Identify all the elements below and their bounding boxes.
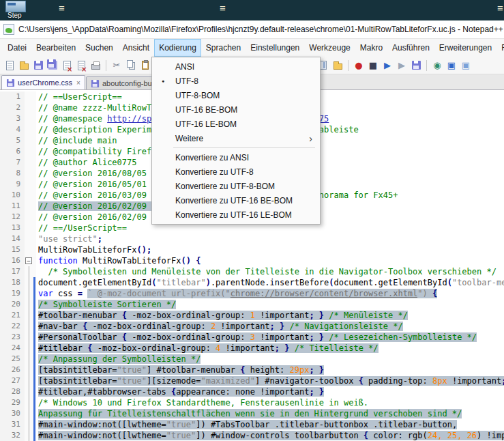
line-number[interactable]: 25 <box>0 354 25 365</box>
code-line-31[interactable]: 31#main-window:not([lwtheme="true"]) #Ta… <box>0 419 504 430</box>
encoding-option-utf-8-bom[interactable]: UTF-8-BOM <box>153 88 319 102</box>
hamburger-icon[interactable]: ≡ <box>497 3 503 13</box>
line-number[interactable]: 18 <box>0 277 25 288</box>
line-number[interactable]: 28 <box>0 386 25 397</box>
line-number[interactable]: 10 <box>0 190 25 201</box>
encoding-option-utf-16-be-bom[interactable]: UTF-16 BE-BOM <box>153 102 319 117</box>
code-line-22[interactable]: 22#nav-bar { -moz-box-ordinal-group: 2 !… <box>0 321 504 332</box>
playback-macro-icon[interactable]: ▶ <box>381 59 394 72</box>
code-line-15[interactable]: 15MultiRowTabLiteforFx(); <box>0 244 504 255</box>
code-line-20[interactable]: 20/* Symbolleiste Sortieren */ <box>0 299 504 310</box>
line-number[interactable]: 31 <box>0 419 25 430</box>
document-switcher-icon[interactable]: ▣ <box>460 59 472 72</box>
code-line-30[interactable]: 30Anpassung für Titelleistenschaltfläche… <box>0 408 504 419</box>
line-number[interactable]: 32 <box>0 430 25 441</box>
encoding-option-utf-16-le-bom[interactable]: UTF-16 LE-BOM <box>153 117 319 131</box>
folder-as-workspace-icon[interactable] <box>331 59 344 72</box>
app-thumbnail[interactable] <box>5 1 26 12</box>
line-number[interactable]: 11 <box>0 201 25 212</box>
code-text[interactable]: /* Symbolleisten und Menüleiste von der … <box>36 266 496 277</box>
menu-ansicht[interactable]: Ansicht <box>118 39 154 57</box>
code-line-27[interactable]: 27[tabsintitlebar="true"][sizemode="maxi… <box>0 375 504 386</box>
line-number[interactable]: 12 <box>0 212 25 223</box>
code-text[interactable]: Anpassung für Titelleistenschaltflächen … <box>36 408 462 419</box>
close-tab-icon[interactable]: × <box>76 79 80 87</box>
line-number[interactable]: 16 <box>0 255 25 266</box>
print-icon[interactable] <box>89 59 102 72</box>
encoding-option-konvertiere-zu-ansi[interactable]: Konvertiere zu ANSI <box>153 150 319 165</box>
line-number[interactable]: 22 <box>0 321 25 332</box>
menu-werkzeuge[interactable]: Werkzeuge <box>304 39 355 57</box>
line-number[interactable]: 8 <box>0 168 25 179</box>
code-text[interactable]: var css = ` @-moz-document url-prefix("c… <box>36 288 437 299</box>
encoding-option-konvertiere-zu-utf-16-le-bom[interactable]: Konvertiere zu UTF-16 LE-BOM <box>153 208 319 222</box>
encoding-option-konvertiere-zu-utf-8[interactable]: Konvertiere zu UTF-8 <box>153 165 319 179</box>
code-text[interactable]: #titlebar { -moz-box-ordinal-group: 4 !i… <box>36 343 379 354</box>
code-text[interactable]: // ==/UserScript== <box>36 223 127 233</box>
edge-marker-icon[interactable]: ▣ <box>445 59 458 72</box>
line-number[interactable]: 26 <box>0 365 25 375</box>
record-macro-icon[interactable]: ● <box>353 59 365 72</box>
new-file-icon[interactable] <box>3 59 16 72</box>
menu-bearbeiten[interactable]: Bearbeiten <box>31 39 80 57</box>
code-line-17[interactable]: 17 /* Symbolleisten und Menüleiste von d… <box>0 266 504 277</box>
code-text[interactable]: /* Windows 10 und Firefox Standardtheme,… <box>36 397 368 408</box>
run-macro-multiple-icon[interactable]: ▶ <box>396 59 408 72</box>
close-all-icon[interactable] <box>75 59 87 72</box>
code-line-32[interactable]: 32#main-window:not([lwtheme="true"]) #wi… <box>0 430 504 441</box>
stop-recording-icon[interactable]: ■ <box>367 59 379 72</box>
line-number[interactable]: 20 <box>0 299 25 310</box>
line-number[interactable]: 29 <box>0 397 25 408</box>
encoding-option-weitere[interactable]: Weitere› <box>153 131 319 145</box>
code-line-21[interactable]: 21#toolbar-menubar { -moz-box-ordinal-gr… <box>0 310 504 321</box>
code-text[interactable]: #nav-bar { -moz-box-ordinal-group: 2 !im… <box>36 321 403 332</box>
line-number[interactable]: 17 <box>0 266 25 277</box>
hamburger-icon[interactable]: ≡ <box>59 3 65 13</box>
code-line-28[interactable]: 28#titlebar,#tabbrowser-tabs {appearance… <box>0 386 504 397</box>
code-line-19[interactable]: 19var css = ` @-moz-document url-prefix(… <box>0 288 504 299</box>
code-text[interactable]: document.getElementById("titlebar").pare… <box>36 277 504 288</box>
code-text[interactable]: // @include main <box>36 135 117 146</box>
menu-einstellungen[interactable]: Einstellungen <box>246 39 304 57</box>
code-line-16[interactable]: 16−function MultiRowTabLiteforFx() { <box>0 255 504 266</box>
code-line-23[interactable]: 23#PersonalToolbar { -moz-box-ordinal-gr… <box>0 332 504 343</box>
view-monitor-icon[interactable]: ◉ <box>431 59 443 72</box>
code-line-26[interactable]: 26[tabsintitlebar="true"] #toolbar-menub… <box>0 365 504 375</box>
open-file-icon[interactable] <box>18 59 30 72</box>
line-number[interactable]: 21 <box>0 310 25 321</box>
code-text[interactable]: #toolbar-menubar { -moz-box-ordinal-grou… <box>36 310 408 321</box>
code-text[interactable]: // ==UserScript== <box>36 91 122 102</box>
close-file-icon[interactable] <box>61 59 73 72</box>
line-number[interactable]: 1 <box>0 91 25 102</box>
paste-icon[interactable] <box>139 59 151 72</box>
menu-erweiterungen[interactable]: Erweiterungen <box>434 39 496 57</box>
code-text[interactable]: #titlebar,#tabbrowser-tabs {appearance: … <box>36 386 324 397</box>
line-number[interactable]: 14 <box>0 233 25 244</box>
save-macro-icon[interactable] <box>410 59 422 72</box>
cut-icon[interactable]: ✂ <box>110 59 123 72</box>
code-text[interactable]: "use strict"; <box>36 233 102 244</box>
line-number[interactable]: 2 <box>0 102 25 113</box>
line-number[interactable]: 19 <box>0 288 25 299</box>
code-text[interactable]: [tabsintitlebar="true"] #toolbar-menubar… <box>36 365 324 375</box>
line-number[interactable]: 13 <box>0 223 25 233</box>
code-text[interactable]: /* Symbolleiste Sortieren */ <box>36 299 176 310</box>
line-number[interactable]: 24 <box>0 343 25 354</box>
encoding-option-ansi[interactable]: ANSI <box>153 59 319 74</box>
menu-kodierung[interactable]: Kodierung <box>154 39 201 57</box>
encoding-option-konvertiere-zu-utf-8-bom[interactable]: Konvertiere zu UTF-8-BOM <box>153 179 319 193</box>
code-line-24[interactable]: 24#titlebar { -moz-box-ordinal-group: 4 … <box>0 343 504 354</box>
fold-open-icon[interactable]: − <box>25 257 32 264</box>
menu-datei[interactable]: Datei <box>3 39 31 57</box>
menu-ausf-hren[interactable]: Ausführen <box>387 39 434 57</box>
menu-makro[interactable]: Makro <box>355 39 387 57</box>
title-bar[interactable]: C:\Users\jens_\AppData\Roaming\Mozilla\F… <box>0 20 504 39</box>
encoding-option-konvertiere-zu-utf-16-be-bom[interactable]: Konvertiere zu UTF-16 BE-BOM <box>153 193 319 208</box>
code-text[interactable]: #PersonalToolbar { -moz-box-ordinal-grou… <box>36 332 477 343</box>
line-number[interactable]: 5 <box>0 135 25 146</box>
line-number[interactable]: 9 <box>0 179 25 190</box>
menu-fenster[interactable]: Fenster <box>496 39 504 57</box>
menu-suchen[interactable]: Suchen <box>80 39 118 57</box>
line-number[interactable]: 7 <box>0 157 25 168</box>
line-number[interactable]: 27 <box>0 375 25 386</box>
